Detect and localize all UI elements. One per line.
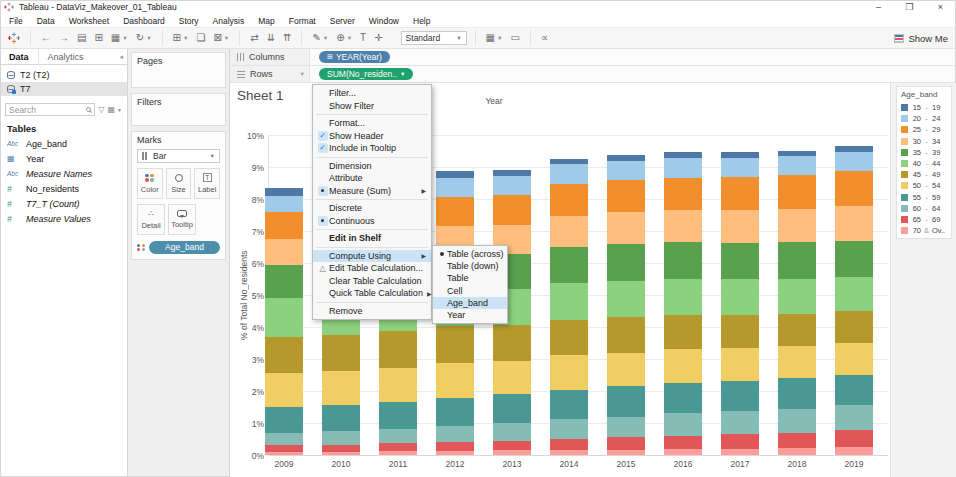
bar-segment-70-ov[interactable] bbox=[550, 450, 588, 455]
bar-segment-55-59[interactable] bbox=[721, 381, 759, 411]
bar-segment-70-ov[interactable] bbox=[778, 448, 816, 455]
tooltip-button[interactable]: Tooltip bbox=[168, 204, 196, 235]
bar-segment-45-49[interactable] bbox=[379, 331, 417, 368]
fix-axes-button[interactable]: ✛ bbox=[370, 31, 386, 45]
bar-segment-45-49[interactable] bbox=[493, 325, 531, 361]
bar-segment-25-29[interactable] bbox=[607, 180, 645, 211]
clear-sheet-button[interactable]: ⊠▼ bbox=[209, 31, 233, 45]
bar-segment-70-ov[interactable] bbox=[664, 449, 702, 455]
bar-segment-15-19[interactable] bbox=[493, 170, 531, 176]
bar-segment-40-44[interactable] bbox=[265, 298, 303, 336]
age-band-pill[interactable]: Age_band bbox=[149, 241, 220, 254]
bar-segment-30-34[interactable] bbox=[778, 209, 816, 243]
search-input[interactable] bbox=[9, 105, 86, 115]
bar-segment-60-64[interactable] bbox=[493, 423, 531, 441]
bar-segment-45-49[interactable] bbox=[550, 320, 588, 356]
field-year[interactable]: ▦Year bbox=[0, 151, 127, 166]
bar-segment-15-19[interactable] bbox=[436, 171, 474, 177]
bar-segment-70-ov[interactable] bbox=[379, 451, 417, 455]
size-button[interactable]: Size bbox=[166, 168, 192, 199]
swap-rows-columns-button[interactable]: ⇄ bbox=[246, 31, 262, 45]
duplicate-sheet-button[interactable]: ❏ bbox=[192, 31, 209, 45]
bar-segment-50-54[interactable] bbox=[379, 368, 417, 402]
bar-segment-30-34[interactable] bbox=[721, 210, 759, 243]
field-measure-values[interactable]: #Measure Values bbox=[0, 211, 127, 226]
filter-fields-icon[interactable]: ▽ bbox=[98, 105, 104, 114]
year-pill[interactable]: ⊞ YEAR(Year) bbox=[319, 51, 390, 63]
menubar-item-worksheet[interactable]: Worksheet bbox=[62, 16, 116, 26]
menubar-item-story[interactable]: Story bbox=[172, 16, 206, 26]
minimize-button[interactable]: – bbox=[863, 0, 894, 14]
undo-button[interactable]: ← bbox=[37, 31, 55, 45]
group-members-button[interactable]: ⊕▼ bbox=[332, 31, 356, 45]
bar-segment-45-49[interactable] bbox=[721, 315, 759, 349]
bar-segment-50-54[interactable] bbox=[436, 363, 474, 398]
legend-entry-30-34[interactable]: 30-34 bbox=[897, 136, 951, 147]
menu-item-edit-in-shelf[interactable]: Edit in Shelf bbox=[313, 232, 431, 245]
bar-segment-15-19[interactable] bbox=[721, 152, 759, 158]
menubar-item-format[interactable]: Format bbox=[282, 16, 323, 26]
new-data-source-button[interactable]: ⊞ bbox=[90, 31, 106, 45]
bar-segment-55-59[interactable] bbox=[493, 394, 531, 423]
bar-segment-65-69[interactable] bbox=[835, 430, 873, 447]
bar-segment-15-19[interactable] bbox=[778, 151, 816, 157]
menu-item-filter[interactable]: Filter... bbox=[313, 87, 431, 100]
sort-descending-button[interactable]: ⇈ bbox=[279, 31, 295, 45]
bar-segment-55-59[interactable] bbox=[835, 375, 873, 405]
bar-segment-25-29[interactable] bbox=[778, 175, 816, 209]
bar-segment-65-69[interactable] bbox=[721, 434, 759, 448]
mark-type-selector[interactable]: Bar ▼ bbox=[137, 149, 220, 163]
menubar-item-window[interactable]: Window bbox=[362, 16, 406, 26]
menu-item-cell[interactable]: Cell bbox=[433, 285, 507, 297]
bar-segment-25-29[interactable] bbox=[721, 177, 759, 210]
legend-entry-60-64[interactable]: 60-64 bbox=[897, 203, 951, 214]
new-worksheet-button[interactable]: ▦▼ bbox=[107, 31, 132, 45]
sum-no-residents-pill[interactable]: SUM(No_residen.. ▼ bbox=[319, 68, 413, 80]
bar-segment-45-49[interactable] bbox=[322, 335, 360, 372]
bar-segment-40-44[interactable] bbox=[550, 283, 588, 320]
filters-shelf[interactable]: Filters bbox=[131, 93, 226, 126]
data-source-t7[interactable]: T7 bbox=[0, 82, 127, 96]
menu-item-dimension[interactable]: Dimension bbox=[313, 160, 431, 173]
bar-segment-65-69[interactable] bbox=[265, 445, 303, 451]
bar-segment-70-ov[interactable] bbox=[436, 451, 474, 455]
tab-analytics[interactable]: Analytics bbox=[39, 49, 93, 65]
bar-segment-50-54[interactable] bbox=[322, 371, 360, 405]
bar-segment-40-44[interactable] bbox=[664, 279, 702, 315]
bar-segment-35-39[interactable] bbox=[664, 242, 702, 279]
collapse-pane-icon[interactable]: ◂ bbox=[119, 53, 127, 61]
menu-item-show-filter[interactable]: Show Filter bbox=[313, 100, 431, 113]
bar-segment-15-19[interactable] bbox=[607, 155, 645, 161]
bar-segment-55-59[interactable] bbox=[322, 405, 360, 431]
share-workbook-button[interactable]: ∝ bbox=[537, 31, 552, 45]
bar-segment-25-29[interactable] bbox=[493, 195, 531, 224]
menu-item-remove[interactable]: Remove bbox=[313, 305, 431, 318]
legend-entry-15-19[interactable]: 15-19 bbox=[897, 102, 951, 113]
show-mark-labels-button[interactable]: T bbox=[356, 31, 370, 45]
bar-segment-55-59[interactable] bbox=[550, 390, 588, 419]
presentation-mode-button[interactable]: ▭ bbox=[507, 31, 524, 45]
menu-item-attribute[interactable]: Attribute bbox=[313, 172, 431, 185]
menu-item-include-in-tooltip[interactable]: ✓Include in Tooltip bbox=[313, 142, 431, 155]
bar-segment-55-59[interactable] bbox=[436, 398, 474, 426]
bar-segment-55-59[interactable] bbox=[265, 407, 303, 433]
menu-item-format[interactable]: Format... bbox=[313, 117, 431, 130]
bar-segment-40-44[interactable] bbox=[607, 281, 645, 318]
bar-segment-70-ov[interactable] bbox=[322, 452, 360, 455]
bar-segment-20-24[interactable] bbox=[835, 152, 873, 171]
menu-item-show-header[interactable]: ✓Show Header bbox=[313, 130, 431, 143]
fit-selector[interactable]: Standard ▼ bbox=[401, 31, 467, 45]
bar-segment-25-29[interactable] bbox=[436, 197, 474, 226]
bar-segment-65-69[interactable] bbox=[778, 433, 816, 448]
new-sheet-button[interactable]: ⊞▼ bbox=[169, 31, 193, 45]
bar-segment-35-39[interactable] bbox=[778, 242, 816, 279]
bar-segment-30-34[interactable] bbox=[550, 216, 588, 247]
bar-segment-20-24[interactable] bbox=[550, 164, 588, 184]
legend-entry-45-49[interactable]: 45-49 bbox=[897, 169, 951, 180]
data-source-t2[interactable]: T2 (T2) bbox=[0, 68, 127, 82]
bar-segment-40-44[interactable] bbox=[721, 279, 759, 314]
bar-segment-65-69[interactable] bbox=[550, 439, 588, 450]
field-age-band[interactable]: AbcAge_band bbox=[0, 136, 127, 151]
bar-segment-55-59[interactable] bbox=[607, 386, 645, 416]
menu-item-continuous[interactable]: Continuous bbox=[313, 215, 431, 228]
